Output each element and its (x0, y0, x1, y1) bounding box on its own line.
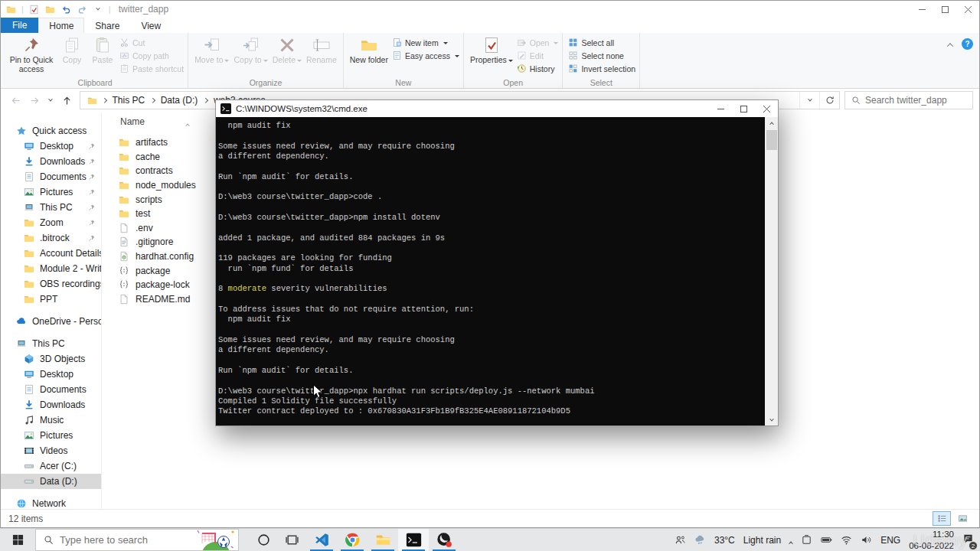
sidebar-item-desktop[interactable]: Desktop (1, 139, 101, 154)
taskbar-app-cmd[interactable] (398, 529, 429, 551)
open-button[interactable]: Open (517, 37, 559, 47)
sidebar-item-music[interactable]: Music (1, 412, 101, 428)
start-button[interactable] (0, 529, 35, 551)
delete-button[interactable]: Delete (270, 34, 304, 67)
sidebar-item-desktop[interactable]: Desktop (1, 367, 101, 382)
tablet-mode-icon[interactable] (801, 534, 812, 546)
tab-share[interactable]: Share (84, 18, 130, 33)
cmd-close-button[interactable] (755, 100, 778, 117)
up-button[interactable] (58, 92, 75, 109)
explorer-titlebar[interactable]: | | twitter_dapp (1, 1, 979, 18)
scroll-thumb[interactable] (766, 130, 777, 150)
wifi-icon[interactable] (841, 534, 852, 546)
qat-folder-button[interactable] (5, 4, 17, 15)
cmd-maximize-button[interactable] (732, 100, 755, 117)
search-input[interactable] (865, 95, 957, 106)
forward-button[interactable] (26, 92, 43, 109)
taskbar-app-cortana[interactable] (250, 529, 278, 551)
sidebar-item-quick-access[interactable]: Quick access (1, 123, 101, 139)
sidebar-item-data-d[interactable]: Data (D:) (1, 474, 101, 489)
cmd-minimize-button[interactable] (709, 100, 732, 117)
qat-redo-button[interactable] (77, 4, 88, 15)
sidebar-item-downloads[interactable]: Downloads (1, 154, 101, 169)
taskbar-app-obs[interactable] (429, 529, 459, 551)
back-button[interactable] (7, 92, 24, 109)
taskbar-app-file-explorer[interactable] (368, 529, 398, 551)
clock[interactable]: 11:30 06-08-2022 (909, 529, 954, 551)
taskbar-search[interactable] (35, 529, 239, 551)
easy-access-button[interactable]: Easy access (392, 51, 459, 60)
refresh-button[interactable] (819, 92, 839, 109)
copy-to-button[interactable]: Copy to (231, 34, 270, 67)
paste-shortcut-button[interactable]: Paste shortcut (119, 64, 184, 73)
cut-button[interactable]: Cut (119, 37, 184, 47)
tab-view[interactable]: View (130, 18, 172, 33)
recent-locations-button[interactable] (45, 92, 56, 109)
weather-temp[interactable]: 33°C (714, 535, 735, 546)
sidebar-item-pictures[interactable]: Pictures (1, 428, 101, 443)
sidebar-item-3d-objects[interactable]: 3D Objects (1, 351, 101, 367)
tab-file[interactable]: File (1, 18, 38, 33)
qat-customize-button[interactable] (93, 4, 104, 15)
edit-button[interactable]: Edit (517, 51, 559, 60)
sidebar-item-module-2-writing[interactable]: Module 2 - Writing (1, 261, 101, 276)
sidebar-item-acer-c[interactable]: Acer (C:) (1, 458, 101, 474)
taskbar-app-chrome[interactable] (337, 529, 368, 551)
pin-to-quick-access-button[interactable]: Pin to Quick access (6, 34, 57, 76)
sidebar-item-account-details[interactable]: Account Details (1, 246, 101, 261)
qat-undo-button[interactable] (60, 4, 72, 15)
close-button[interactable] (956, 1, 979, 18)
tab-home[interactable]: Home (38, 18, 84, 33)
details-view-button[interactable] (933, 511, 951, 526)
sidebar-item-network[interactable]: Network (1, 496, 101, 509)
select-all-button[interactable]: Select all (568, 37, 635, 47)
new-item-button[interactable]: New item (392, 37, 459, 47)
minimize-button[interactable] (910, 1, 933, 18)
language-indicator[interactable]: ENG (880, 535, 900, 546)
sidebar-item-pictures[interactable]: Pictures (1, 184, 101, 200)
copy-path-button[interactable]: Copy path (119, 51, 184, 60)
rename-button[interactable]: Rename (304, 34, 339, 67)
paste-button[interactable]: Paste (87, 34, 118, 67)
taskbar-search-input[interactable] (60, 534, 167, 546)
cmd-titlebar[interactable]: C:\WINDOWS\system32\cmd.exe (216, 100, 778, 117)
breadcrumb-this-pc[interactable]: This PC (108, 95, 150, 106)
invert-selection-button[interactable]: Invert selection (568, 64, 635, 73)
action-center-button[interactable]: 2 (962, 533, 974, 547)
sidebar-item-documents[interactable]: Documents (1, 169, 101, 184)
sidebar-item-obs-recordings[interactable]: OBS recordings (1, 276, 101, 292)
sidebar-item-documents[interactable]: Documents (1, 382, 101, 397)
sidebar-item-videos[interactable]: Videos (1, 443, 101, 458)
sidebar-item-downloads[interactable]: Downloads (1, 397, 101, 412)
taskbar-app-task-view[interactable] (278, 529, 306, 551)
sidebar-item-bitrock[interactable]: .bitrock (1, 230, 101, 246)
new-folder-button[interactable]: New folder (348, 34, 390, 67)
breadcrumb-data-d[interactable]: Data (D:) (156, 95, 203, 106)
taskbar-app-vscode[interactable] (306, 529, 337, 551)
qat-properties-button[interactable] (28, 4, 40, 15)
properties-button[interactable]: Properties (468, 34, 515, 67)
sidebar-item-this-pc[interactable]: This PC (1, 200, 101, 215)
battery-icon[interactable] (821, 534, 832, 546)
weather-condition[interactable]: Light rain (743, 535, 781, 546)
people-icon[interactable] (675, 534, 686, 546)
sidebar-item-this-pc[interactable]: This PC (1, 336, 101, 351)
history-button[interactable]: History (517, 64, 559, 73)
select-none-button[interactable]: Select none (568, 51, 635, 60)
sidebar-item-onedrive-personal[interactable]: OneDrive - Personal (1, 314, 101, 329)
large-icons-view-button[interactable] (953, 511, 972, 526)
show-hidden-icons-button[interactable] (789, 533, 792, 547)
sidebar-item-ppt[interactable]: PPT (1, 292, 101, 307)
maximize-button[interactable] (933, 1, 956, 18)
address-dropdown-button[interactable] (799, 92, 819, 109)
copy-button[interactable]: Copy (57, 34, 87, 67)
speaker-icon[interactable] (861, 534, 872, 546)
scroll-down-button[interactable] (765, 414, 778, 425)
weather-icon[interactable] (694, 534, 706, 546)
collapse-ribbon-button[interactable] (948, 37, 952, 51)
qat-new-folder-button[interactable] (44, 4, 56, 15)
move-to-button[interactable]: Move to (192, 34, 231, 67)
search-box[interactable] (844, 91, 973, 109)
help-button[interactable]: ? (962, 38, 973, 50)
scroll-up-button[interactable] (765, 117, 778, 129)
